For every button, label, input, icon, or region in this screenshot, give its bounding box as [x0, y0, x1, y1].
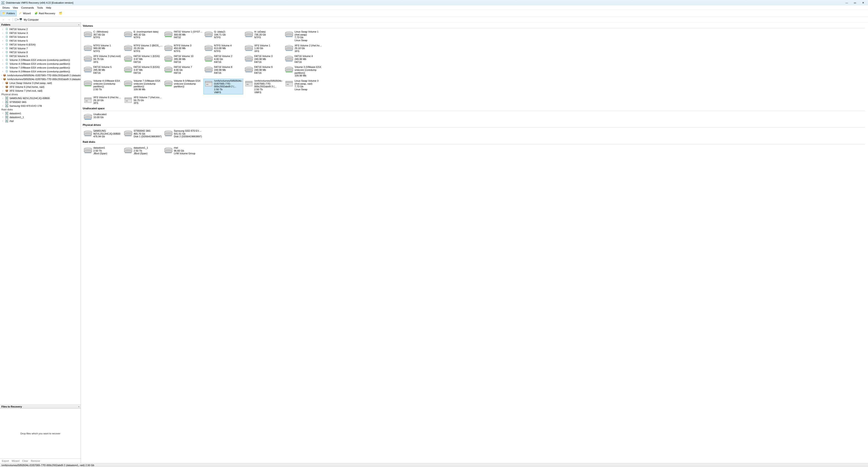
tree-item[interactable]: ›💿FAT16 Volume 8 [0, 50, 81, 54]
volume-item[interactable]: FAT16 Volume 10285.98 MbFAT16 [163, 54, 203, 64]
expand-icon[interactable]: › [1, 74, 2, 77]
tree-item[interactable]: ›📦Linux Swap Volume 3 (rhel.swap, raid) [0, 81, 81, 85]
volume-item[interactable]: H: (sData)736.20 GbNTFS [244, 30, 283, 42]
volume-item[interactable]: FAT16 Volume 6 (ESXi)3.97 MbFAT16 [123, 65, 163, 78]
minimize-button[interactable]: — [843, 1, 850, 5]
close-button[interactable]: ✕ [860, 1, 867, 5]
volume-item[interactable]: C: (Windows)357.65 GbNTFS [83, 30, 123, 42]
volume-item[interactable]: NTFS Volume 3450.00 MbNTFS [163, 43, 203, 53]
volume-item[interactable]: FAT32 Volume 1 (SYSTEM)300.00 MbFAT32 [163, 30, 203, 42]
volume-item[interactable]: Volume 4 (VMware ESX vmkcore (coredump p… [83, 79, 123, 94]
volume-item[interactable]: datastore1_12.50 TbJBod (Span) [123, 146, 163, 156]
volume-item[interactable]: XFS Volume 6 (rhel.home, raid)29.18 GbXF… [83, 95, 123, 105]
volume-item[interactable]: E: (nonImportant data)465.32 GbNTFS [123, 30, 163, 42]
expand-icon[interactable]: › [1, 86, 4, 88]
recovery-drop-zone[interactable]: Drop files which you want to recover [0, 409, 81, 459]
expand-icon[interactable]: › [1, 101, 4, 103]
expand-icon[interactable]: › [1, 78, 2, 80]
menu-commands[interactable]: Commands [20, 6, 35, 9]
expand-icon[interactable]: › [1, 55, 4, 57]
tree-item[interactable]: ›💿Volume 7 (VMware ESX vmkcore (coredump… [0, 66, 81, 69]
expand-icon[interactable]: › [1, 39, 4, 42]
tree-item[interactable]: ›💽ST950042 3AS [0, 100, 81, 104]
tree-item[interactable]: ›💿FAT16 Volume 3 [0, 31, 81, 35]
tree-item[interactable]: ›💽datastore1 [0, 111, 81, 115]
expand-icon[interactable]: › [1, 90, 4, 92]
volume-item[interactable]: FAT16 Volume 9249.98 MbFAT16 [244, 65, 283, 78]
volume-item[interactable]: Linux Swap Volume 1 (rhel.swap)7.73 GbLi… [284, 30, 324, 42]
back-button[interactable]: ← [1, 18, 6, 22]
tree-item[interactable]: ›📦/vmfs/volumes/5850504c-01f07065-77f2-0… [0, 73, 81, 77]
expand-icon[interactable]: › [1, 51, 4, 53]
expand-icon[interactable]: › [1, 32, 4, 34]
folders-collapse-icon[interactable]: ▪ [79, 23, 79, 26]
breadcrumb[interactable]: 🖥️ My Computer [19, 18, 39, 21]
volume-item[interactable]: ST950042 3AS465.76 GbDisk 1 (DD564198838… [123, 129, 163, 139]
volume-item[interactable]: XFS Volume 7 (rhel.root, raid)59.75 GbXF… [123, 95, 163, 105]
forward-button[interactable]: → [7, 18, 11, 22]
expand-icon[interactable]: › [1, 59, 4, 61]
volume-item[interactable]: FAT16 Volume 1 (ESXi)3.97 MbFAT16 [123, 54, 163, 64]
tree-item[interactable]: ›💿FAT16 Volume 9 [0, 54, 81, 58]
expand-icon[interactable]: › [1, 116, 4, 118]
folders-tree[interactable]: ›💿FAT16 Volume 2›💿FAT16 Volume 3›💿FAT16 … [0, 27, 81, 405]
maximize-button[interactable]: ▭ [851, 1, 859, 5]
tree-item[interactable]: ›📦/vmfs/volumes/5850504c-01f07065-77f2-0… [0, 77, 81, 81]
tree-item[interactable]: ›💿FAT16 Volume 5 [0, 39, 81, 42]
export-action[interactable]: Export [1, 459, 10, 463]
tree-item[interactable]: ›💽rhel [0, 119, 81, 123]
volume-item[interactable]: Linux Swap Volume 3 (rhel.swap, raid)7.7… [284, 79, 324, 94]
history-button[interactable]: 🕘▾ [14, 18, 19, 22]
tree-item[interactable]: ›📦XFS Volume 7 (rhel.root, raid) [0, 89, 81, 92]
expand-icon[interactable]: › [1, 120, 4, 122]
volume-item[interactable]: Volume 7 (VMware ESX vmkcore (coredump p… [123, 79, 163, 94]
volume-item[interactable]: FAT16 Volume 8249.98 MbFAT16 [204, 65, 243, 78]
volume-item[interactable]: Samsung SSD 870 EVO 1TB931.51 GbDisk 2 (… [163, 129, 203, 139]
expand-icon[interactable]: › [1, 66, 4, 69]
volume-item[interactable]: Volume 8 (VMware ESX vmkcore (coredump p… [163, 79, 203, 94]
main-pane[interactable]: Volumes C: (Windows)357.65 GbNTFS E: (no… [81, 23, 868, 463]
volume-item[interactable]: NTFS Volume 1980.00 MbNTFS [83, 43, 123, 53]
wizard-button[interactable]: 🪄Wizard [17, 10, 32, 16]
volume-item[interactable]: NTFS Volume 4613.00 MbNTFS [204, 43, 243, 53]
tree-item[interactable]: ›💿FAT16 Volume 2 [0, 27, 81, 31]
volume-item[interactable]: FAT16 Volume 5285.98 MbFAT16 [83, 65, 123, 78]
tree-item[interactable]: ›💿FAT16 Volume 7 [0, 47, 81, 50]
expand-icon[interactable]: › [1, 36, 4, 38]
expand-icon[interactable]: › [1, 63, 4, 65]
volume-item[interactable]: NTFS Volume 2 (BIOS_RVY)20.26 GbNTFS [123, 43, 163, 53]
tree-item[interactable]: ›💿Volume 8 (VMware ESX vmkcore (coredump… [0, 69, 81, 73]
expand-icon[interactable]: › [1, 70, 4, 72]
remove-action[interactable]: Remove [30, 459, 41, 463]
volume-item[interactable]: FAT16 Volume 74.00 GbFAT16 [163, 65, 203, 78]
volume-item[interactable]: FAT16 Volume 24.00 GbFAT16 [204, 54, 243, 64]
volume-item[interactable]: rhel96.66 GbLVM Volume Group [163, 146, 203, 156]
menu-help[interactable]: Help [44, 6, 53, 9]
expand-icon[interactable]: › [1, 28, 4, 30]
raid-recovery-button[interactable]: 🧩Raid Recovery [33, 10, 57, 16]
volume-item[interactable]: datastore12.50 TbJBod (Span) [83, 146, 123, 156]
volume-item[interactable]: XFS Volume 3 (rhel.root)59.75 GbXFS [83, 54, 123, 64]
folders-button[interactable]: 📁Folders [0, 10, 17, 16]
clear-action[interactable]: Clear [21, 459, 29, 463]
expand-icon[interactable]: › [1, 43, 4, 46]
menu-view[interactable]: View [11, 6, 20, 9]
volume-item[interactable]: Volume 3 (VMware ESX vmkcore (coredump p… [284, 65, 324, 78]
extra-button[interactable]: 🗂️ [57, 10, 65, 16]
tree-item[interactable]: ›💿Volume 4 (VMware ESX vmkcore (coredump… [0, 62, 81, 66]
volume-item[interactable]: FAT16 Volume 4249.98 MbFAT16 [284, 54, 324, 64]
wizard-action[interactable]: Wizard [11, 459, 20, 463]
volume-item[interactable]: FAT16 Volume 3249.98 MbFAT16 [244, 54, 283, 64]
tree-item[interactable]: ›💽SAMSUNG MZVL2512HCJQ-00B00 [0, 96, 81, 100]
tree-item[interactable]: ›💿Volume 3 (VMware ESX vmkcore (coredump… [0, 58, 81, 62]
volume-item[interactable]: /vmfs/volumes/5850504c-01f07065-77f2-000… [204, 79, 243, 94]
volume-item[interactable]: G: (data2)194.71 GbNTFS [204, 30, 243, 42]
expand-icon[interactable]: › [1, 112, 4, 115]
recovery-collapse-icon[interactable]: ▪ [79, 405, 79, 408]
expand-icon[interactable]: › [1, 105, 4, 107]
volume-item[interactable]: XFS Volume 11.00 GbXFS [244, 43, 283, 53]
volume-item[interactable]: Unallocated10.00 Gb [83, 112, 123, 122]
tree-item[interactable]: ›💿FAT16 Volume 4 [0, 35, 81, 39]
volume-item[interactable]: /vmfs/volumes/5850504c-01f07065-77f2-000… [244, 79, 283, 94]
tree-item[interactable]: ›💽datastore1_1 [0, 115, 81, 119]
